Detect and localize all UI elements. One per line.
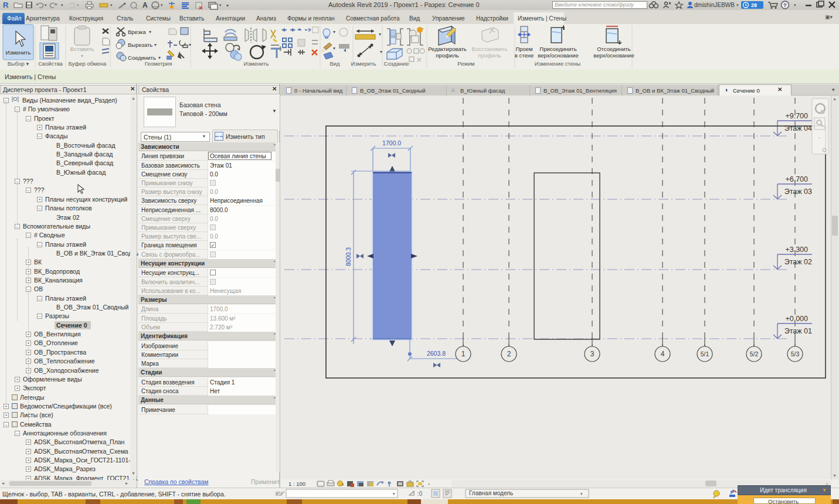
svg-text:▾: ▾: [580, 492, 583, 496]
svg-text:▾: ▾: [393, 492, 395, 496]
svg-text:1: 1: [461, 350, 466, 358]
svg-text:Вырезать: Вырезать: [128, 42, 152, 48]
svg-text:Изменить: Изменить: [244, 60, 269, 67]
svg-text:Врезка: Врезка: [128, 29, 146, 35]
svg-text:в стене: в стене: [515, 52, 534, 59]
svg-text:▾: ▾: [380, 49, 382, 55]
svg-text:верх/основание: верх/основание: [538, 52, 578, 59]
svg-text:профиль: профиль: [436, 52, 458, 59]
svg-text:Вид: Вид: [330, 60, 340, 67]
svg-text:▾: ▾: [161, 3, 163, 7]
svg-text:Выбор ▾: Выбор ▾: [8, 60, 29, 67]
svg-text:Вставить: Вставить: [70, 46, 94, 52]
svg-text:Создание: Создание: [384, 60, 409, 67]
svg-text:Проем: Проем: [515, 46, 532, 52]
svg-text:2: 2: [507, 350, 511, 358]
svg-text:▾: ▾: [333, 46, 335, 51]
svg-text:Отсоединить: Отсоединить: [597, 46, 631, 52]
svg-text:2603.8: 2603.8: [427, 350, 446, 357]
svg-text:8000.3: 8000.3: [345, 247, 352, 266]
svg-text:▾: ▾: [158, 55, 161, 60]
svg-text:Этаж 01: Этаж 01: [784, 327, 812, 335]
svg-text:▾: ▾: [61, 3, 63, 7]
svg-text:3: 3: [590, 350, 595, 358]
svg-text:4: 4: [661, 350, 665, 358]
svg-text:+3.300: +3.300: [785, 246, 808, 254]
svg-text:▾: ▾: [333, 29, 335, 35]
svg-text:Этаж 03: Этаж 03: [784, 188, 812, 196]
svg-text:Редактировать: Редактировать: [428, 46, 467, 52]
svg-text:x: x: [342, 482, 344, 486]
svg-text:Измерить: Измерить: [351, 60, 376, 67]
svg-text:Изменение стены: Изменение стены: [535, 60, 581, 67]
svg-text:▾: ▾: [379, 32, 381, 37]
svg-text:▾: ▾: [110, 3, 113, 7]
svg-text:1 : 100: 1 : 100: [288, 481, 305, 487]
svg-text:5/1: 5/1: [701, 350, 709, 357]
svg-text:верх/основание: верх/основание: [593, 52, 634, 59]
svg-text:▾: ▾: [736, 3, 739, 7]
svg-text:𝓒𝓣: 𝓒𝓣: [274, 491, 285, 497]
svg-text:+6.700: +6.700: [785, 175, 808, 183]
svg-text:+9.700: +9.700: [785, 112, 808, 120]
svg-text:Главная модель: Главная модель: [469, 490, 513, 496]
svg-text:▾: ▾: [154, 42, 157, 47]
svg-text:▾: ▾: [45, 3, 47, 7]
svg-text:A: A: [142, 1, 148, 9]
svg-text:R: R: [3, 1, 9, 9]
svg-text:28: 28: [751, 2, 757, 8]
svg-text:5/2: 5/2: [750, 350, 759, 357]
svg-text:1700.0: 1700.0: [382, 139, 401, 147]
svg-text:-: -: [818, 135, 820, 141]
svg-text:профиль: профиль: [478, 52, 501, 59]
svg-text:Буфер обмена: Буфер обмена: [69, 60, 107, 67]
svg-text:5/3: 5/3: [791, 350, 800, 357]
svg-text:?: ?: [783, 2, 787, 8]
svg-text:‹: ‹: [428, 481, 430, 487]
svg-text:▾: ▾: [226, 3, 229, 8]
svg-text:Режим: Режим: [457, 60, 474, 67]
svg-text:Изменить: Изменить: [6, 49, 31, 56]
svg-text:Восстановить: Восстановить: [472, 46, 508, 52]
svg-text:▾: ▾: [149, 29, 151, 35]
svg-text:+0.000: +0.000: [785, 315, 808, 323]
svg-text:Присоединить: Присоединить: [539, 46, 576, 52]
svg-text:▾: ▾: [81, 53, 83, 59]
svg-text:▾: ▾: [794, 3, 796, 7]
svg-text::0: :0: [417, 491, 423, 497]
svg-text:▾: ▾: [219, 3, 222, 7]
svg-text:▾: ▾: [189, 42, 191, 47]
svg-text:dmishinJEBWB: dmishinJEBWB: [694, 2, 735, 8]
svg-text:Соединить: Соединить: [128, 55, 156, 61]
svg-text:Этаж 02: Этаж 02: [784, 258, 812, 266]
svg-text:Свойства: Свойства: [38, 60, 63, 67]
svg-text:▾: ▾: [77, 3, 79, 7]
svg-text:Геометрия: Геометрия: [145, 60, 172, 67]
svg-text:Этаж 04: Этаж 04: [784, 124, 812, 132]
